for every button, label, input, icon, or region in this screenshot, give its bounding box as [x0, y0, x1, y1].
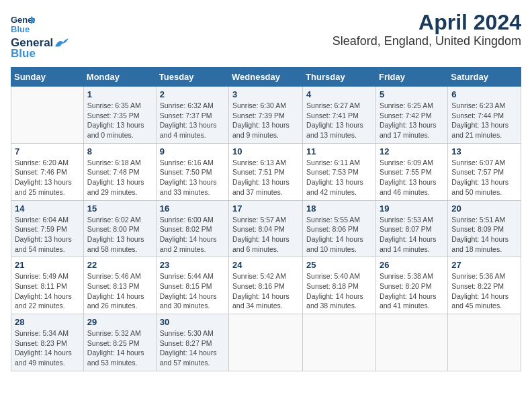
header-tuesday: Tuesday [156, 68, 228, 87]
day-detail: Sunrise: 6:35 AM Sunset: 7:35 PM Dayligh… [87, 101, 144, 139]
calendar-cell: 30Sunrise: 5:30 AM Sunset: 8:27 PM Dayli… [156, 314, 228, 371]
day-number: 11 [306, 146, 372, 156]
calendar-week-row: 21Sunrise: 5:49 AM Sunset: 8:11 PM Dayli… [11, 257, 521, 314]
calendar-cell: 11Sunrise: 6:11 AM Sunset: 7:53 PM Dayli… [303, 143, 376, 200]
calendar-cell: 26Sunrise: 5:38 AM Sunset: 8:20 PM Dayli… [375, 257, 447, 314]
day-number: 19 [380, 203, 444, 214]
calendar-cell: 2Sunrise: 6:32 AM Sunset: 7:37 PM Daylig… [156, 87, 228, 144]
calendar-location: Sleaford, England, United Kingdom [332, 34, 521, 48]
calendar-header-row: SundayMondayTuesdayWednesdayThursdayFrid… [11, 68, 521, 87]
day-number: 12 [380, 146, 444, 156]
calendar-week-row: 7Sunrise: 6:20 AM Sunset: 7:46 PM Daylig… [11, 143, 521, 200]
day-detail: Sunrise: 6:16 AM Sunset: 7:50 PM Dayligh… [160, 158, 217, 196]
day-number: 28 [15, 317, 80, 327]
calendar-cell: 1Sunrise: 6:35 AM Sunset: 7:35 PM Daylig… [83, 87, 156, 144]
calendar-cell: 9Sunrise: 6:16 AM Sunset: 7:50 PM Daylig… [156, 143, 228, 200]
day-number: 20 [451, 203, 517, 214]
day-number: 17 [232, 203, 299, 214]
calendar-cell: 27Sunrise: 5:36 AM Sunset: 8:22 PM Dayli… [448, 257, 521, 314]
day-detail: Sunrise: 6:18 AM Sunset: 7:48 PM Dayligh… [87, 158, 144, 196]
day-detail: Sunrise: 6:20 AM Sunset: 7:46 PM Dayligh… [15, 158, 72, 196]
calendar-cell [303, 314, 376, 371]
calendar-cell: 21Sunrise: 5:49 AM Sunset: 8:11 PM Dayli… [11, 257, 84, 314]
day-detail: Sunrise: 5:51 AM Sunset: 8:09 PM Dayligh… [451, 216, 508, 253]
day-number: 24 [232, 260, 299, 270]
day-detail: Sunrise: 5:44 AM Sunset: 8:15 PM Dayligh… [160, 272, 217, 310]
header-monday: Monday [83, 68, 156, 87]
day-detail: Sunrise: 5:55 AM Sunset: 8:06 PM Dayligh… [306, 216, 363, 253]
calendar-table: SundayMondayTuesdayWednesdayThursdayFrid… [11, 67, 521, 371]
calendar-cell: 14Sunrise: 6:04 AM Sunset: 7:59 PM Dayli… [11, 200, 84, 257]
calendar-cell: 24Sunrise: 5:42 AM Sunset: 8:16 PM Dayli… [229, 257, 303, 314]
day-number: 25 [306, 260, 372, 270]
day-detail: Sunrise: 5:46 AM Sunset: 8:13 PM Dayligh… [87, 272, 144, 310]
day-detail: Sunrise: 6:30 AM Sunset: 7:39 PM Dayligh… [232, 101, 290, 139]
day-number: 29 [87, 317, 152, 327]
calendar-cell: 4Sunrise: 6:27 AM Sunset: 7:41 PM Daylig… [303, 87, 376, 144]
calendar-week-row: 28Sunrise: 5:34 AM Sunset: 8:23 PM Dayli… [11, 314, 521, 371]
day-detail: Sunrise: 6:27 AM Sunset: 7:41 PM Dayligh… [306, 101, 363, 139]
header-thursday: Thursday [303, 68, 376, 87]
day-number: 2 [160, 89, 225, 99]
day-number: 14 [15, 203, 80, 214]
day-detail: Sunrise: 6:32 AM Sunset: 7:37 PM Dayligh… [160, 101, 217, 139]
day-number: 16 [160, 203, 225, 214]
calendar-cell [375, 314, 447, 371]
calendar-cell: 20Sunrise: 5:51 AM Sunset: 8:09 PM Dayli… [448, 200, 521, 257]
calendar-body: 1Sunrise: 6:35 AM Sunset: 7:35 PM Daylig… [11, 87, 521, 371]
day-number: 6 [451, 89, 517, 99]
header-saturday: Saturday [448, 68, 521, 87]
day-detail: Sunrise: 5:53 AM Sunset: 8:07 PM Dayligh… [380, 216, 437, 253]
calendar-month-year: April 2024 [332, 11, 521, 34]
calendar-cell: 5Sunrise: 6:25 AM Sunset: 7:42 PM Daylig… [375, 87, 447, 144]
day-number: 15 [87, 203, 152, 214]
day-detail: Sunrise: 6:09 AM Sunset: 7:55 PM Dayligh… [380, 158, 437, 196]
page-header: General Blue General Blue April 2024 Sle… [11, 11, 521, 60]
day-detail: Sunrise: 6:23 AM Sunset: 7:44 PM Dayligh… [451, 101, 508, 139]
calendar-cell: 17Sunrise: 5:57 AM Sunset: 8:04 PM Dayli… [229, 200, 303, 257]
svg-text:Blue: Blue [11, 24, 30, 34]
calendar-cell: 6Sunrise: 6:23 AM Sunset: 7:44 PM Daylig… [448, 87, 521, 144]
calendar-cell: 10Sunrise: 6:13 AM Sunset: 7:51 PM Dayli… [229, 143, 303, 200]
header-friday: Friday [375, 68, 447, 87]
calendar-cell: 8Sunrise: 6:18 AM Sunset: 7:48 PM Daylig… [83, 143, 156, 200]
day-number: 8 [87, 146, 152, 156]
calendar-title-section: April 2024 Sleaford, England, United Kin… [332, 11, 521, 48]
day-detail: Sunrise: 5:42 AM Sunset: 8:16 PM Dayligh… [232, 272, 290, 310]
day-number: 30 [160, 317, 225, 327]
calendar-cell [229, 314, 303, 371]
day-detail: Sunrise: 6:00 AM Sunset: 8:02 PM Dayligh… [160, 216, 217, 253]
day-detail: Sunrise: 5:38 AM Sunset: 8:20 PM Dayligh… [380, 272, 437, 310]
calendar-cell: 12Sunrise: 6:09 AM Sunset: 7:55 PM Dayli… [375, 143, 447, 200]
day-number: 22 [87, 260, 152, 270]
day-detail: Sunrise: 6:04 AM Sunset: 7:59 PM Dayligh… [15, 216, 72, 253]
day-number: 26 [380, 260, 444, 270]
calendar-cell: 15Sunrise: 6:02 AM Sunset: 8:00 PM Dayli… [83, 200, 156, 257]
day-detail: Sunrise: 5:30 AM Sunset: 8:27 PM Dayligh… [160, 329, 217, 367]
day-detail: Sunrise: 5:57 AM Sunset: 8:04 PM Dayligh… [232, 216, 290, 253]
calendar-week-row: 14Sunrise: 6:04 AM Sunset: 7:59 PM Dayli… [11, 200, 521, 257]
calendar-cell: 22Sunrise: 5:46 AM Sunset: 8:13 PM Dayli… [83, 257, 156, 314]
calendar-cell [448, 314, 521, 371]
day-number: 23 [160, 260, 225, 270]
day-detail: Sunrise: 6:11 AM Sunset: 7:53 PM Dayligh… [306, 158, 363, 196]
logo-icon: General Blue [11, 11, 35, 35]
day-number: 27 [451, 260, 517, 270]
calendar-cell: 19Sunrise: 5:53 AM Sunset: 8:07 PM Dayli… [375, 200, 447, 257]
brand-logo: General Blue General Blue [11, 11, 69, 60]
day-number: 18 [306, 203, 372, 214]
calendar-cell: 25Sunrise: 5:40 AM Sunset: 8:18 PM Dayli… [303, 257, 376, 314]
day-number: 9 [160, 146, 225, 156]
day-number: 21 [15, 260, 80, 270]
calendar-cell: 23Sunrise: 5:44 AM Sunset: 8:15 PM Dayli… [156, 257, 228, 314]
day-number: 7 [15, 146, 80, 156]
calendar-cell: 13Sunrise: 6:07 AM Sunset: 7:57 PM Dayli… [448, 143, 521, 200]
logo-text-blue: Blue [11, 47, 36, 60]
header-sunday: Sunday [11, 68, 84, 87]
day-number: 5 [380, 89, 444, 99]
day-number: 10 [232, 146, 299, 156]
day-number: 1 [87, 89, 152, 99]
day-number: 4 [306, 89, 372, 99]
logo-bird-icon [54, 37, 69, 49]
calendar-cell: 3Sunrise: 6:30 AM Sunset: 7:39 PM Daylig… [229, 87, 303, 144]
